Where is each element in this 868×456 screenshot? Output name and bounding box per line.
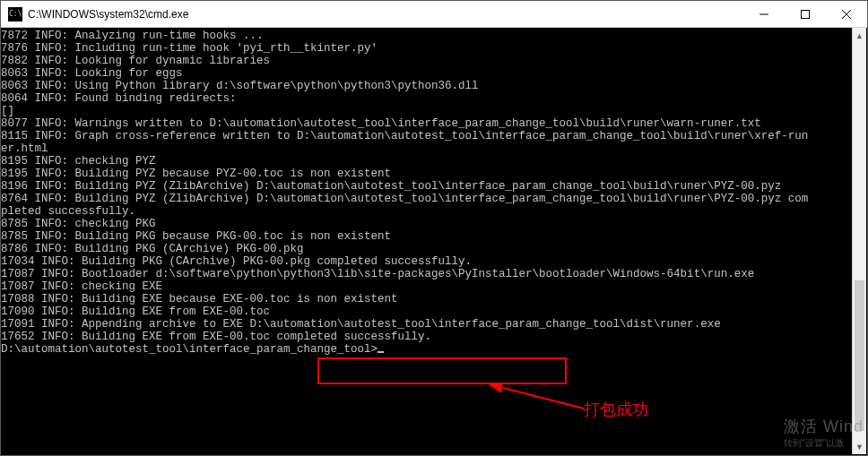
terminal-line: 8064 INFO: Found binding redirects: xyxy=(1,92,867,105)
cmd-window: C:\WINDOWS\system32\cmd.exe 7872 INFO: A… xyxy=(0,0,868,456)
terminal-line: 7876 INFO: Including run-time hook 'pyi_… xyxy=(1,42,867,55)
terminal-line: 17034 INFO: Building PKG (CArchive) PKG-… xyxy=(1,255,867,268)
scroll-up-button[interactable]: ▲ xyxy=(853,28,866,43)
terminal-line: pleted successfully. xyxy=(1,205,867,218)
terminal-output[interactable]: 7872 INFO: Analyzing run-time hooks ...7… xyxy=(1,28,867,455)
terminal-line: 8195 INFO: Building PYZ because PYZ-00.t… xyxy=(1,168,867,180)
terminal-line: 8115 INFO: Graph cross-reference written… xyxy=(1,130,867,142)
terminal-line: 17087 INFO: Bootloader d:\software\pytho… xyxy=(1,268,867,280)
terminal-line: 8786 INFO: Building PKG (CArchive) PKG-0… xyxy=(1,243,867,255)
maximize-button[interactable] xyxy=(785,1,826,27)
terminal-line: 8063 INFO: Using Python library d:\softw… xyxy=(1,80,867,92)
terminal-line: 8785 INFO: checking PKG xyxy=(1,218,867,230)
terminal-line: 7872 INFO: Analyzing run-time hooks ... xyxy=(1,30,867,42)
scroll-track[interactable] xyxy=(853,43,866,439)
cmd-icon xyxy=(8,7,22,22)
terminal-line: 17088 INFO: Building EXE because EXE-00.… xyxy=(1,293,867,305)
svg-rect-1 xyxy=(802,10,810,18)
scroll-down-button[interactable]: ▼ xyxy=(853,439,866,454)
terminal-line: 7882 INFO: Looking for dynamic libraries xyxy=(1,55,867,67)
scrollbar[interactable]: ▲ ▼ xyxy=(852,28,866,454)
window-title: C:\WINDOWS\system32\cmd.exe xyxy=(28,8,743,21)
terminal-line: 8196 INFO: Building PYZ (ZlibArchive) D:… xyxy=(1,180,867,193)
scroll-thumb[interactable] xyxy=(855,280,864,431)
terminal-line: 17091 INFO: Appending archive to EXE D:\… xyxy=(1,318,867,331)
titlebar[interactable]: C:\WINDOWS\system32\cmd.exe xyxy=(1,1,867,28)
terminal-line: 8764 INFO: Building PYZ (ZlibArchive) D:… xyxy=(1,193,867,205)
terminal-line: 17090 INFO: Building EXE from EXE-00.toc xyxy=(1,305,867,318)
terminal-line: 8063 INFO: Looking for eggs xyxy=(1,67,867,80)
minimize-button[interactable] xyxy=(743,1,785,27)
terminal-line: 17087 INFO: checking EXE xyxy=(1,280,867,293)
terminal-line: D:\automation\autotest_tool\interface_pa… xyxy=(1,343,867,356)
terminal-line: 17652 INFO: Building EXE from EXE-00.toc… xyxy=(1,331,867,343)
terminal-line: 8195 INFO: checking PYZ xyxy=(1,155,867,168)
terminal-line: 8077 INFO: Warnings written to D:\automa… xyxy=(1,117,867,130)
window-controls xyxy=(743,1,867,27)
terminal-line: er.html xyxy=(1,142,867,155)
cursor xyxy=(378,351,384,353)
terminal-line: [] xyxy=(1,105,867,117)
close-button[interactable] xyxy=(826,1,867,27)
terminal-line: 8785 INFO: Building PKG because PKG-00.t… xyxy=(1,230,867,243)
